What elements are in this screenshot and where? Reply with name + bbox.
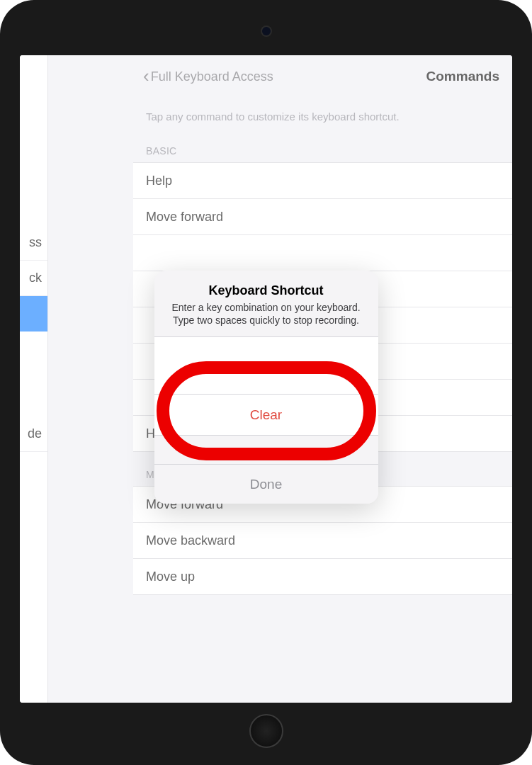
command-label: Move up (146, 570, 195, 584)
ipad-frame: ss ck de ‹ Full Keyboard Access Commands… (0, 0, 532, 765)
sidebar-item-label: ck (29, 271, 42, 285)
command-label: Move backward (146, 533, 235, 548)
home-button[interactable] (249, 714, 283, 748)
command-label: Help (146, 174, 172, 188)
section-header-basic: BASIC (133, 128, 512, 162)
sidebar-item[interactable]: de (20, 416, 47, 452)
clear-label: Clear (250, 407, 282, 423)
sidebar-item-selected[interactable] (20, 296, 47, 332)
command-row[interactable] (133, 235, 512, 271)
command-row[interactable]: Help (133, 163, 512, 199)
sidebar-item-label: ss (29, 235, 42, 250)
back-button[interactable]: ‹ Full Keyboard Access (143, 67, 273, 86)
nav-bar: ‹ Full Keyboard Access Commands (133, 55, 512, 98)
chevron-left-icon: ‹ (143, 67, 149, 85)
command-label: Move forward (146, 210, 223, 225)
back-label: Full Keyboard Access (151, 69, 273, 84)
shortcut-input[interactable] (154, 336, 378, 395)
camera-icon (262, 27, 271, 35)
dialog-subtitle: Enter a key combination on your keyboard… (169, 301, 364, 327)
sidebar-item[interactable]: ss (20, 225, 47, 261)
command-row[interactable]: Move forward (133, 199, 512, 235)
sidebar-item[interactable]: ck (20, 261, 47, 296)
command-row[interactable]: Move up (133, 559, 512, 595)
command-row[interactable]: Move backward (133, 523, 512, 559)
keyboard-shortcut-dialog: Keyboard Shortcut Enter a key combinatio… (154, 271, 378, 504)
help-text: Tap any command to customize its keyboar… (133, 98, 512, 128)
done-button[interactable]: Done (154, 464, 378, 504)
page-title: Commands (426, 69, 499, 84)
sidebar-item-label: de (28, 426, 42, 441)
dialog-title: Keyboard Shortcut (169, 283, 364, 298)
clear-button[interactable]: Clear (154, 395, 378, 436)
done-label: Done (250, 477, 282, 492)
settings-sidebar: ss ck de (20, 55, 48, 703)
screen: ss ck de ‹ Full Keyboard Access Commands… (20, 55, 512, 703)
